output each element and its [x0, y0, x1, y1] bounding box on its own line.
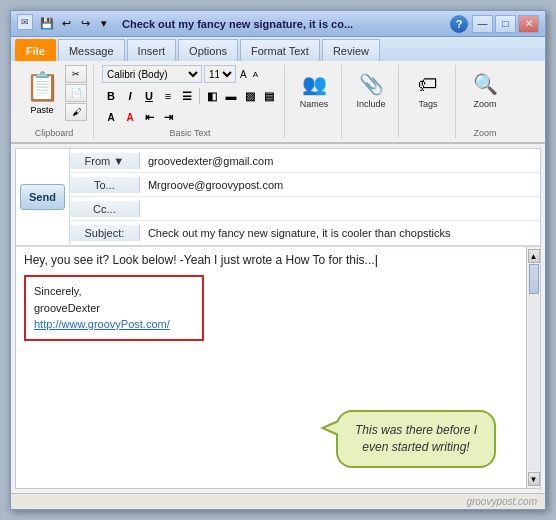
tags-content: 🏷 Tags	[407, 65, 449, 126]
maximize-button[interactable]: □	[495, 15, 516, 33]
cursor	[375, 253, 378, 267]
zoom-label: Zoom	[473, 100, 496, 110]
send-button-area: Send	[16, 149, 70, 245]
scroll-track[interactable]	[528, 264, 540, 471]
cc-button[interactable]: Cc...	[70, 201, 140, 217]
from-label: From ▼	[85, 155, 125, 167]
format-row: B I U ≡ ☰ ◧ ▬ ▨ ▤	[102, 87, 278, 105]
cut-button[interactable]: ✂	[65, 65, 87, 83]
justify-button[interactable]: ▤	[260, 87, 278, 105]
zoom-content: 🔍 Zoom	[464, 65, 506, 126]
email-body[interactable]: Hey, you see it? Look below! -Yeah I jus…	[16, 247, 526, 488]
tab-options[interactable]: Options	[178, 39, 238, 61]
save-icon[interactable]: 💾	[39, 16, 55, 32]
names-button[interactable]: 👥 Names	[293, 65, 335, 113]
body-first-line: Hey, you see it? Look below! -Yeah I jus…	[24, 253, 518, 267]
tags-button[interactable]: 🏷 Tags	[407, 65, 449, 113]
align-right-button[interactable]: ▨	[241, 87, 259, 105]
tab-message[interactable]: Message	[58, 39, 125, 61]
bold-button[interactable]: B	[102, 87, 120, 105]
title-bar: ✉ 💾 ↩ ↪ ▾ Check out my fancy new signatu…	[11, 11, 545, 37]
window-title: Check out my fancy new signature, it is …	[122, 18, 450, 30]
highlight-row: A A ⇤ ⇥	[102, 108, 177, 126]
format-divider	[199, 88, 200, 104]
email-body-area: Hey, you see it? Look below! -Yeah I jus…	[16, 246, 540, 488]
tab-review[interactable]: Review	[322, 39, 380, 61]
cc-value[interactable]	[140, 207, 540, 211]
callout-text: This was there before I even started wri…	[355, 423, 477, 454]
font-size-select[interactable]: 11	[204, 65, 236, 83]
italic-button[interactable]: I	[121, 87, 139, 105]
align-center-button[interactable]: ▬	[222, 87, 240, 105]
to-button[interactable]: To...	[70, 177, 140, 193]
watermark-text: groovypost.com	[466, 496, 537, 507]
highlight-button[interactable]: A	[102, 108, 120, 126]
font-grow-button[interactable]: A	[238, 69, 249, 80]
paste-icon: 📋	[23, 67, 61, 105]
from-button[interactable]: From ▼	[70, 153, 140, 169]
bullets-button[interactable]: ≡	[159, 87, 177, 105]
copy-button[interactable]: 📄	[65, 84, 87, 102]
subject-value[interactable]: Check out my fancy new signature, it is …	[140, 225, 540, 241]
tab-format-text[interactable]: Format Text	[240, 39, 320, 61]
font-family-select[interactable]: Calibri (Body)	[102, 65, 202, 83]
scroll-up-button[interactable]: ▲	[528, 249, 540, 263]
scroll-down-button[interactable]: ▼	[528, 472, 540, 486]
help-button[interactable]: ?	[450, 15, 468, 33]
ribbon-tab-bar: File Message Insert Options Format Text …	[11, 37, 545, 61]
include-icon: 📎	[355, 68, 387, 100]
names-group: 👥 Names -	[289, 65, 342, 138]
clipboard-group: 📋 Paste ✂ 📄 🖌 Clipboard	[17, 65, 94, 138]
tags-group: 🏷 Tags -	[403, 65, 456, 138]
cc-label: Cc...	[93, 203, 116, 215]
indent-increase-button[interactable]: ⇥	[159, 108, 177, 126]
font-shrink-button[interactable]: A	[251, 70, 260, 79]
fields-with-send: Send From ▼ groovedexter@gmail.com To..	[16, 149, 540, 245]
scrollbar: ▲ ▼	[526, 247, 540, 488]
tab-file[interactable]: File	[15, 39, 56, 61]
ribbon-content: 📋 Paste ✂ 📄 🖌 Clipboard	[11, 61, 545, 143]
redo-icon[interactable]: ↪	[77, 16, 93, 32]
include-button[interactable]: 📎 Include	[350, 65, 392, 113]
dropdown-icon[interactable]: ▾	[96, 16, 112, 32]
align-left-button[interactable]: ◧	[203, 87, 221, 105]
to-value[interactable]: Mrgroove@groovypost.com	[140, 177, 540, 193]
clipboard-label: Clipboard	[35, 126, 74, 138]
cc-row: Cc...	[70, 197, 540, 221]
signature-line1: Sincerely,	[34, 283, 194, 300]
font-color-button[interactable]: A	[121, 108, 139, 126]
include-label: Include	[356, 100, 385, 110]
include-content: 📎 Include	[350, 65, 392, 126]
scroll-thumb[interactable]	[529, 264, 539, 294]
compose-fields: From ▼ groovedexter@gmail.com To... Mrgr…	[70, 149, 540, 245]
email-compose-window: ✉ 💾 ↩ ↪ ▾ Check out my fancy new signatu…	[10, 10, 546, 510]
signature-line2: grooveDexter	[34, 300, 194, 317]
zoom-button[interactable]: 🔍 Zoom	[464, 65, 506, 113]
subject-row: Subject: Check out my fancy new signatur…	[70, 221, 540, 245]
tab-insert[interactable]: Insert	[127, 39, 177, 61]
names-label: Names	[300, 100, 329, 110]
undo-icon[interactable]: ↩	[58, 16, 74, 32]
send-button[interactable]: Send	[20, 184, 65, 210]
indent-decrease-button[interactable]: ⇤	[140, 108, 158, 126]
body-text: Hey, you see it? Look below! -Yeah I jus…	[24, 253, 375, 267]
quick-access-toolbar: 💾 ↩ ↪ ▾	[35, 14, 116, 34]
title-bar-icons: ✉ 💾 ↩ ↪ ▾	[17, 14, 116, 34]
names-icon: 👥	[298, 68, 330, 100]
format-painter-button[interactable]: 🖌	[65, 103, 87, 121]
to-row: To... Mrgroove@groovypost.com	[70, 173, 540, 197]
basic-text-group: Calibri (Body) 11 A A B I U ≡ ☰	[98, 65, 285, 138]
tags-label: Tags	[418, 100, 437, 110]
clipboard-group-content: 📋 Paste ✂ 📄 🖌	[21, 65, 87, 126]
paste-label: Paste	[30, 105, 53, 115]
numbering-button[interactable]: ☰	[178, 87, 196, 105]
subject-label: Subject:	[70, 225, 140, 241]
paste-button[interactable]: 📋 Paste	[21, 65, 63, 121]
window-controls: — □ ✕	[472, 15, 539, 33]
title-right-controls: ? — □ ✕	[450, 15, 539, 33]
close-button[interactable]: ✕	[518, 15, 539, 33]
compose-header: Send From ▼ groovedexter@gmail.com To..	[16, 149, 540, 246]
minimize-button[interactable]: —	[472, 15, 493, 33]
zoom-icon: 🔍	[469, 68, 501, 100]
underline-button[interactable]: U	[140, 87, 158, 105]
